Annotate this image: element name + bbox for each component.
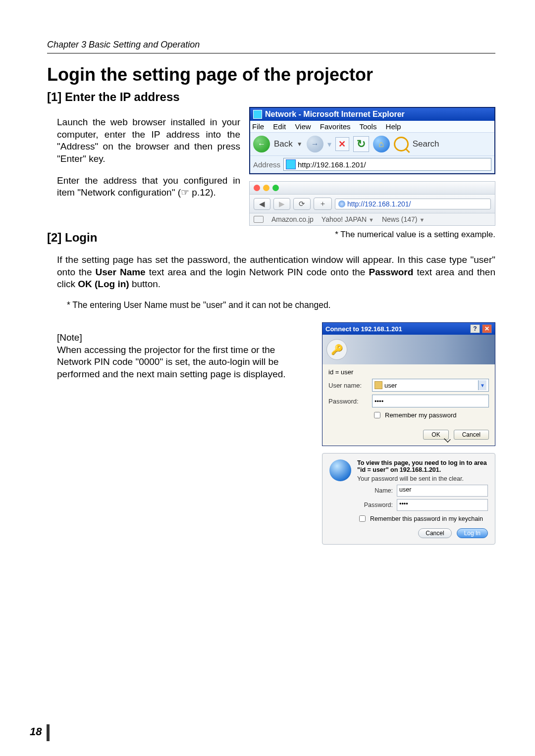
mac-name-value: user: [399, 486, 411, 493]
figure-caption: * The numerical value is a setting examp…: [249, 230, 495, 240]
ie-title-text: Network - Microsoft Internet Explorer: [265, 110, 405, 119]
bookmark-news[interactable]: News (147) ▼: [382, 215, 425, 223]
section-1-para-2: Enter the address that you configured in…: [57, 175, 240, 199]
stop-button-icon[interactable]: ✕: [335, 137, 349, 151]
safari-add-button[interactable]: ＋: [314, 198, 332, 210]
chevron-down-icon: ▼: [369, 217, 374, 223]
ie-titlebar: Network - Microsoft Internet Explorer: [250, 108, 494, 121]
mac-msg-2: Your password will be sent in the clear.: [357, 475, 488, 482]
section-1-para-2b: p.12).: [189, 187, 216, 198]
note-body: When accessing the projector for the fir…: [57, 344, 312, 381]
xp-dialog-banner: 🔑: [322, 335, 495, 364]
xp-username-label: User name:: [328, 382, 368, 389]
safari-titlebar: [250, 182, 495, 195]
safari-bookmarks-bar: Amazon.co.jp Yahoo! JAPAN ▼ News (147) ▼: [250, 213, 495, 225]
ie-address-bar: Address http://192.168.1.201/: [250, 156, 494, 173]
mac-password-input[interactable]: ••••: [397, 499, 488, 511]
ie-url-text: http://192.168.1.201/: [298, 160, 366, 169]
ie-menu-help[interactable]: Help: [386, 122, 401, 131]
traffic-close-icon[interactable]: [254, 185, 260, 191]
refresh-button-icon[interactable]: ↻: [353, 136, 369, 152]
xp-dialog-titlebar: Connect to 192.168.1.201 ? ✕: [322, 323, 495, 335]
section-1-para-1: Launch the web browser installed in your…: [57, 116, 240, 165]
mac-msg-1: To view this page, you need to log in to…: [357, 459, 488, 473]
back-button-icon[interactable]: ←: [253, 136, 270, 152]
xp-password-input[interactable]: ••••: [372, 395, 489, 407]
checkbox-icon[interactable]: [359, 515, 366, 522]
section-1-heading: [1] Enter the IP address: [47, 90, 495, 104]
ie-menu-tools[interactable]: Tools: [359, 122, 376, 131]
mac-remember-checkbox[interactable]: Remember this password in my keychain: [357, 514, 488, 523]
ie-toolbar: ← Back ▼ → ▾ ✕ ↻ ⌂ Search: [250, 133, 494, 156]
page-title: Login the setting page of the projector: [47, 64, 495, 85]
xp-remember-label: Remember my password: [385, 411, 457, 419]
ie-window: Network - Microsoft Internet Explorer Fi…: [249, 107, 495, 174]
traffic-zoom-icon[interactable]: [272, 185, 279, 191]
home-button-icon[interactable]: ⌂: [373, 136, 390, 152]
back-dropdown-icon[interactable]: ▼: [297, 141, 303, 148]
section-2-para-d: Password: [369, 267, 414, 277]
dropdown-icon[interactable]: ▼: [478, 380, 486, 390]
xp-id-line: id = user: [328, 368, 489, 376]
forward-button-icon[interactable]: →: [307, 136, 323, 152]
section-2-para-g: button.: [129, 279, 160, 289]
safari-window: ◀ ▶ ⟳ ＋ http://192.168.1.201/ Amazon.co.…: [249, 181, 495, 226]
keys-icon: 🔑: [326, 339, 347, 360]
help-button-icon[interactable]: ?: [470, 324, 480, 333]
xp-dialog-title: Connect to 192.168.1.201: [325, 325, 402, 333]
mac-password-value: ••••: [399, 501, 408, 507]
compass-icon: [338, 201, 345, 207]
mac-cancel-button[interactable]: Cancel: [418, 528, 451, 538]
xp-password-value: ••••: [374, 398, 383, 405]
mac-auth-dialog: To view this page, you need to log in to…: [322, 453, 495, 545]
chapter-header: Chapter 3 Basic Setting and Operation: [47, 40, 495, 53]
safari-toolbar: ◀ ▶ ⟳ ＋ http://192.168.1.201/: [250, 195, 495, 213]
xp-auth-dialog: Connect to 192.168.1.201 ? ✕ 🔑 id = user…: [322, 322, 495, 446]
safari-address-input[interactable]: http://192.168.1.201/: [335, 199, 491, 209]
user-icon: [374, 381, 382, 389]
mac-name-input[interactable]: user: [397, 485, 488, 497]
ie-menu-file[interactable]: File: [252, 122, 264, 131]
section-2-para-c: text area and the login Network PIN code…: [146, 267, 369, 277]
mac-name-label: Name:: [357, 487, 393, 494]
ie-address-input[interactable]: http://192.168.1.201/: [283, 158, 491, 171]
section-2-para-b: User Name: [96, 267, 146, 277]
pointer-hand-icon: [181, 187, 189, 198]
note-label: [Note]: [57, 332, 312, 344]
cancel-button[interactable]: Cancel: [454, 430, 489, 440]
ie-menu-view[interactable]: View: [295, 122, 311, 131]
bookmarks-icon[interactable]: [254, 216, 264, 223]
safari-forward-button[interactable]: ▶: [273, 198, 290, 210]
xp-username-value: user: [384, 382, 397, 389]
mac-remember-label: Remember this password in my keychain: [370, 515, 483, 522]
section-2-star-note: * The entering User Name must be "user" …: [67, 300, 495, 310]
ie-menubar: File Edit View Favorites Tools Help: [250, 121, 494, 133]
search-button-label[interactable]: Search: [413, 139, 439, 149]
xp-password-label: Password:: [328, 398, 368, 405]
page-number-bar: [47, 724, 50, 741]
page-number: 18: [30, 725, 42, 738]
ie-app-icon: [253, 110, 262, 119]
chevron-down-icon: ▼: [419, 217, 425, 223]
ie-address-label: Address: [253, 160, 280, 169]
bookmark-amazon[interactable]: Amazon.co.jp: [271, 215, 314, 223]
search-icon[interactable]: [394, 137, 409, 151]
xp-username-input[interactable]: user ▼: [372, 379, 489, 392]
back-button-label[interactable]: Back: [274, 139, 293, 149]
section-2-para: If the setting page has set the password…: [57, 254, 495, 291]
mac-password-label: Password:: [357, 502, 393, 508]
safari-url-text: http://192.168.1.201/: [347, 200, 411, 208]
close-button-icon[interactable]: ✕: [482, 324, 492, 333]
traffic-minimize-icon[interactable]: [263, 185, 269, 191]
checkbox-icon[interactable]: [374, 412, 380, 418]
ie-menu-favorites[interactable]: Favorites: [320, 122, 351, 131]
globe-icon: [329, 459, 351, 481]
ie-menu-edit[interactable]: Edit: [273, 122, 286, 131]
safari-back-button[interactable]: ◀: [254, 198, 270, 210]
bookmark-yahoo[interactable]: Yahoo! JAPAN ▼: [321, 215, 374, 223]
mac-login-button[interactable]: Log In: [457, 528, 488, 538]
section-2-para-f: OK (Log in): [78, 279, 129, 289]
ie-page-icon: [286, 159, 296, 169]
xp-remember-checkbox[interactable]: Remember my password: [372, 410, 489, 420]
safari-reload-button[interactable]: ⟳: [293, 198, 311, 210]
